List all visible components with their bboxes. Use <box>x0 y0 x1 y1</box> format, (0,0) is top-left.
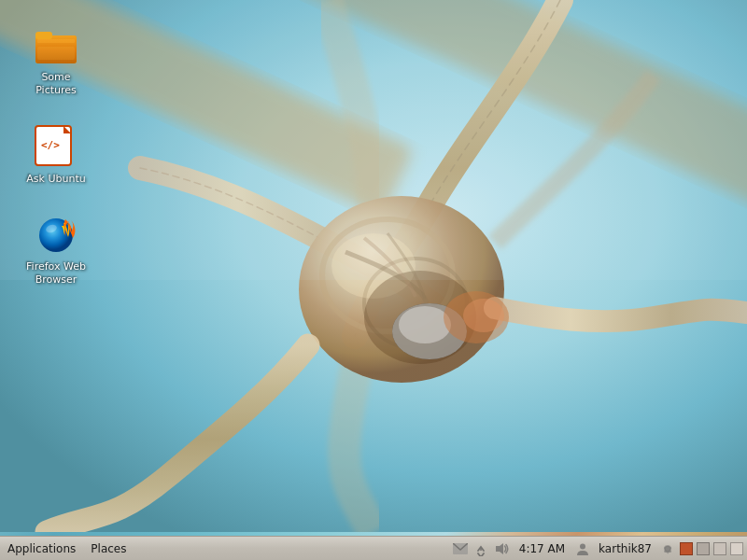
settings-tray-icon[interactable] <box>659 540 676 557</box>
svg-text:</>: </> <box>41 139 60 151</box>
clock[interactable]: 4:17 AM <box>514 542 571 555</box>
color-swatch-gray2[interactable] <box>713 542 726 555</box>
folder-icon <box>34 22 78 67</box>
svg-point-31 <box>666 547 669 551</box>
wood-overlay <box>0 0 747 560</box>
svg-marker-27 <box>496 543 503 554</box>
volume-tray-icon[interactable] <box>493 540 510 557</box>
applications-menu[interactable]: Applications <box>0 537 83 561</box>
desktop-icon-firefox[interactable]: Firefox Web Browser <box>19 208 93 291</box>
firefox-icon <box>34 212 78 257</box>
network-tray-icon[interactable] <box>472 540 489 557</box>
desktop-icon-some-pictures[interactable]: Some Pictures <box>19 19 93 102</box>
ask-ubuntu-label: Ask Ubuntu <box>26 173 85 186</box>
html-file-icon: </> <box>34 124 78 169</box>
color-swatch-orange[interactable] <box>680 542 693 555</box>
firefox-label: Firefox Web Browser <box>22 260 90 287</box>
color-swatch-gray3[interactable] <box>730 542 743 555</box>
some-pictures-label: Some Pictures <box>22 71 90 98</box>
desktop-icon-ask-ubuntu[interactable]: </> Ask Ubuntu <box>19 120 93 189</box>
svg-rect-16 <box>35 32 52 39</box>
taskbar-right: 4:17 AM karthik87 <box>452 540 747 557</box>
user-icon <box>574 540 591 557</box>
color-swatch-gray1[interactable] <box>697 542 710 555</box>
svg-rect-18 <box>37 47 75 60</box>
desktop-icons: Some Pictures </> Ask Ubuntu <box>19 19 93 290</box>
svg-point-28 <box>580 543 585 549</box>
svg-rect-17 <box>37 39 75 43</box>
taskbar: Applications Places <box>0 536 747 560</box>
places-menu[interactable]: Places <box>83 537 134 561</box>
taskbar-left: Applications Places <box>0 537 134 561</box>
desktop: Some Pictures </> Ask Ubuntu <box>0 0 747 560</box>
username-label: karthik87 <box>595 542 655 555</box>
mail-tray-icon[interactable] <box>452 540 469 557</box>
